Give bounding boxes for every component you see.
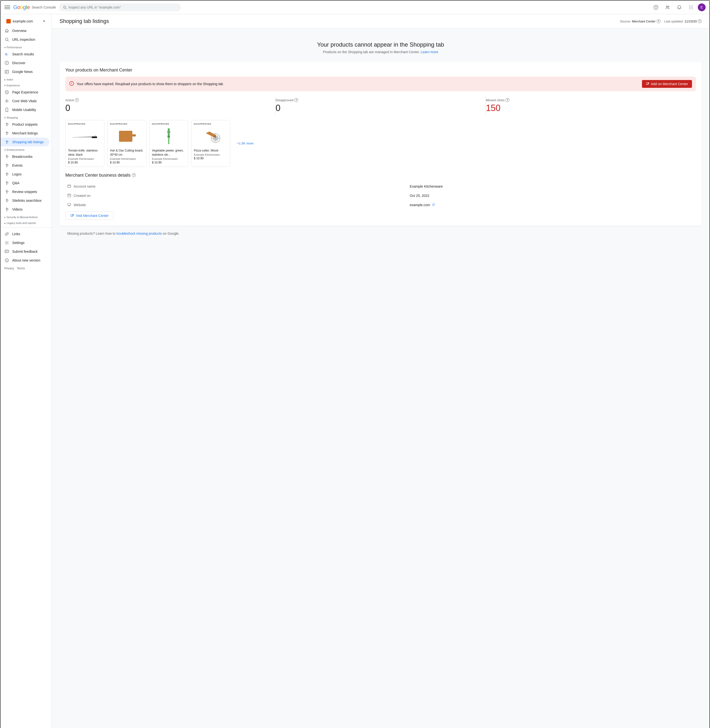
sidebar-item-label: Q&A <box>12 181 19 185</box>
link-icon <box>4 231 9 237</box>
main-meta: Source: Merchant Center ? Last updated: … <box>620 19 702 23</box>
sidebar-section-enhancements[interactable]: ▾ Enhancements <box>0 146 51 152</box>
sidebar-item-url-inspection[interactable]: URL inspection <box>0 35 50 44</box>
visit-merchant-center-button[interactable]: Visit Merchant Center <box>65 212 114 220</box>
apps-button[interactable] <box>686 3 696 12</box>
sidebar-item-discover[interactable]: Discover <box>0 59 50 67</box>
more-products-label: +1.5K more <box>237 141 254 145</box>
svg-rect-51 <box>68 194 71 197</box>
sidebar-item-qa[interactable]: Q&A <box>0 179 50 187</box>
search-icon <box>4 37 9 42</box>
property-icon <box>6 19 11 24</box>
sidebar-section-shopping[interactable]: ▾ Shopping <box>0 114 51 120</box>
diamond-icon <box>4 163 9 168</box>
sidebar-item-label: Product snippets <box>12 122 38 126</box>
search-input[interactable] <box>69 5 177 9</box>
sidebar-item-logos[interactable]: Logos <box>0 170 50 179</box>
home-icon <box>4 28 9 33</box>
feedback-icon <box>4 249 9 254</box>
missed-clicks-info-icon[interactable]: ? <box>505 98 509 102</box>
external-link-icon <box>70 214 74 218</box>
svg-rect-50 <box>68 185 71 187</box>
active-info-icon[interactable]: ? <box>75 98 79 102</box>
diamond-icon <box>4 172 9 176</box>
sidebar-section-security[interactable]: ▸ Security & Manual Actions <box>0 214 51 219</box>
last-updated-label: Last updated: <box>665 19 684 23</box>
main-body: Your products cannot appear in the Shopp… <box>52 28 710 247</box>
sidebar-section-index[interactable]: ▸ Index <box>0 76 51 82</box>
sidebar-section-experience[interactable]: ▾ Experience <box>0 82 51 88</box>
sidebar-item-events[interactable]: Events <box>0 161 50 170</box>
sidebar-item-product-snippets[interactable]: Product snippets <box>0 120 50 129</box>
svg-text:?: ? <box>655 6 657 9</box>
sidebar-item-core-web-vitals[interactable]: Core Web Vitals <box>0 97 50 105</box>
sidebar-item-page-experience[interactable]: Page Experience <box>0 88 50 97</box>
sidebar-item-breadcrumbs[interactable]: Breadcrumbs <box>0 152 50 161</box>
stat-missed-clicks: Missed clicks ? 150 <box>486 96 696 115</box>
sidebar-item-label: Overview <box>12 29 26 33</box>
search-icon <box>63 5 66 9</box>
sidebar-item-label: Discover <box>12 61 25 65</box>
help-button[interactable]: ? <box>651 3 661 12</box>
sidebar-item-submit-feedback[interactable]: Submit feedback <box>0 247 50 256</box>
sidebar-item-search-results[interactable]: G Search results <box>0 50 50 59</box>
source-info-icon[interactable]: ? <box>657 19 660 23</box>
sidebar-item-videos[interactable]: Videos <box>0 205 50 214</box>
svg-point-21 <box>6 100 7 102</box>
section-label: Security & Manual Actions <box>7 216 38 219</box>
more-products[interactable]: +1.5K more <box>233 120 257 167</box>
sidebar-item-label: Search results <box>12 52 34 56</box>
product-card-4[interactable]: DISAPPROVED <box>191 120 230 167</box>
add-on-merchant-center-button[interactable]: Add on Merchant Center <box>642 80 692 88</box>
sidebar-section-performance[interactable]: ▾ Performance <box>0 44 51 50</box>
product-name: Ash & Oac Cutting board, 30*40 cm <box>110 149 144 157</box>
website-external-link[interactable] <box>432 203 435 207</box>
product-card-2[interactable]: DISAPPROVED <box>107 120 146 167</box>
website-value: example.com <box>410 203 430 207</box>
sidebar-item-review-snippets[interactable]: Review snippets <box>0 187 50 196</box>
product-card-1[interactable]: DISAPPROVED Tomato knife, s <box>65 120 104 167</box>
sidebar-item-shopping-tab-listings[interactable]: Shopping tab listings <box>0 138 50 146</box>
source-value: Merchant Center <box>632 19 656 23</box>
terms-link[interactable]: Terms <box>17 267 25 270</box>
page-title: Shopping tab listings <box>60 18 109 24</box>
product-price: $ 10.90 <box>194 157 227 160</box>
sidebar-item-sitelinks-searchbox[interactable]: Sitelinks searchbox <box>0 196 50 205</box>
business-info-icon[interactable]: ? <box>132 173 136 177</box>
product-badge: DISAPPROVED <box>110 123 144 125</box>
sidebar-item-merchant-listings[interactable]: Merchant listings <box>0 129 50 138</box>
last-updated-info-icon[interactable]: ? <box>698 19 702 23</box>
product-brand: Example Kitchenware <box>68 157 102 160</box>
avatar[interactable]: E <box>698 3 706 11</box>
chevron-icon: ▸ <box>4 222 6 225</box>
disapproved-info-icon[interactable]: ? <box>294 98 298 102</box>
sidebar-item-label: Videos <box>12 207 23 211</box>
calendar-icon <box>67 193 72 198</box>
product-card-3[interactable]: DISAPPROVED Vegetable peeler, green, sta… <box>149 120 188 167</box>
troubleshoot-link[interactable]: troubleshoot missing products <box>117 231 162 235</box>
diamond-icon <box>4 198 9 203</box>
privacy-link[interactable]: Privacy <box>4 267 14 270</box>
sidebar-item-google-news[interactable]: Google News <box>0 67 50 76</box>
profile-icon-btn[interactable] <box>663 3 672 12</box>
notifications-button[interactable] <box>675 3 684 12</box>
sidebar-section-legacy[interactable]: ▸ Legacy tools and reports <box>0 219 51 225</box>
search-bar <box>59 3 181 11</box>
main-content: Shopping tab listings Source: Merchant C… <box>52 14 710 728</box>
product-badge: DISAPPROVED <box>152 123 186 125</box>
section-label: Performance <box>7 46 22 49</box>
diamond-icon <box>4 122 9 127</box>
sidebar-item-about-new-version[interactable]: About new version <box>0 256 50 265</box>
sidebar-item-overview[interactable]: Overview <box>0 26 50 35</box>
property-selector[interactable]: example.com ▼ <box>3 17 50 25</box>
topbar-actions: ? <box>651 3 706 12</box>
peeler-image <box>164 127 174 147</box>
product-brand: Example Kitchenware <box>110 157 144 160</box>
sidebar-item-links[interactable]: Links <box>0 229 50 238</box>
sidebar-item-settings[interactable]: Settings <box>0 238 50 247</box>
sidebar-item-mobile-usability[interactable]: Mobile Usability <box>0 105 50 114</box>
learn-more-link[interactable]: Learn more <box>421 50 439 54</box>
menu-icon[interactable] <box>4 4 10 10</box>
alert-message: Your offers have expired. Reupload your … <box>76 82 223 86</box>
product-image <box>68 127 102 147</box>
